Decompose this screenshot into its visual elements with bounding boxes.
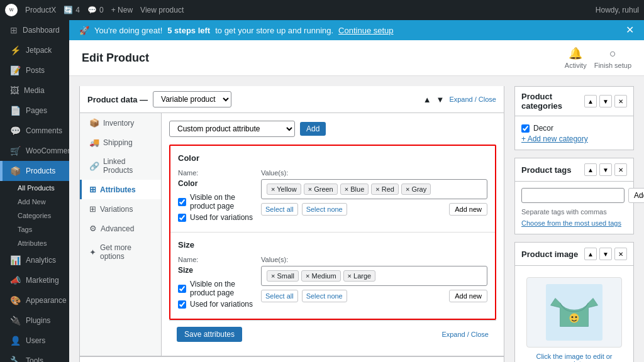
add-category-link[interactable]: + Add new category <box>521 134 588 143</box>
attributes-icon: ⊞ <box>89 185 96 194</box>
attr-box-size: Size Name: Size Visible on the product p… <box>170 233 495 319</box>
sidebar-item-woocommerce[interactable]: 🛒 WooCommerce <box>0 141 69 161</box>
tag-input[interactable] <box>521 188 625 203</box>
main-right: Product categories ▲ ▼ ✕ Decor + Add new… <box>514 86 634 362</box>
sidebar-sub-tags[interactable]: Tags <box>0 222 69 236</box>
sidebar-item-analytics[interactable]: 📊 Analytics <box>0 250 69 270</box>
tab-variations[interactable]: ⊞ Variations <box>80 199 161 219</box>
collapse-down-icon[interactable]: ▼ <box>436 95 445 104</box>
posts-icon: 📝 <box>10 65 21 75</box>
updates-count[interactable]: 🔄4 <box>64 6 80 14</box>
linked-icon: 🔗 <box>89 162 99 171</box>
attr-color-title: Color <box>178 153 487 163</box>
attr-size-add-new[interactable]: Add new <box>449 290 487 302</box>
tab-attributes[interactable]: ⊞ Attributes <box>80 180 161 199</box>
attr-size-variations-checkbox[interactable] <box>178 300 186 309</box>
save-attributes-btn[interactable]: Save attributes <box>177 327 242 342</box>
sidebar-sub-all-products[interactable]: All Products <box>0 181 69 195</box>
attr-color-actions: Select all Select none Add new <box>261 203 487 216</box>
attr-color-add-new[interactable]: Add new <box>449 203 487 216</box>
attr-size-select-all[interactable]: Select all <box>261 290 298 302</box>
cat-collapse-down[interactable]: ▼ <box>599 95 612 107</box>
sidebar-item-appearance[interactable]: 🎨 Appearance <box>0 290 69 310</box>
main-left: Product data — Variable product ▲ ▼ Expa… <box>79 86 504 362</box>
product-image-title: Product image <box>521 250 580 259</box>
sidebar-item-posts[interactable]: 📝 Posts <box>0 60 69 80</box>
attr-color-select-none[interactable]: Select none <box>302 203 347 216</box>
img-close[interactable]: ✕ <box>614 248 627 260</box>
activity-btn[interactable]: 🔔 Activity <box>565 47 587 69</box>
collapse-up-icon[interactable]: ▲ <box>423 95 431 104</box>
notice-continue-link[interactable]: Continue setup <box>338 26 393 35</box>
woocommerce-icon: 🛒 <box>10 146 21 156</box>
attr-color-name-value: Color <box>178 179 253 188</box>
sidebar-item-jetpack[interactable]: ⚡ Jetpack <box>0 40 69 60</box>
tags-collapse-up[interactable]: ▲ <box>584 163 597 176</box>
tab-linked-products[interactable]: 🔗 Linked Products <box>80 152 161 180</box>
attr-size-select-none[interactable]: Select none <box>302 290 347 302</box>
product-type-select[interactable]: Variable product <box>153 91 231 107</box>
finish-setup-btn[interactable]: ○ Finish setup <box>594 47 631 69</box>
product-image-header: Product image ▲ ▼ ✕ <box>515 243 633 266</box>
attr-size-values[interactable]: × Small × Medium × Large <box>261 266 487 286</box>
sidebar-item-users[interactable]: 👤 Users <box>0 331 69 351</box>
img-collapse-up[interactable]: ▲ <box>584 248 597 260</box>
sidebar-item-dashboard[interactable]: ⊞ Dashboard <box>0 20 69 40</box>
dashboard-icon: ⊞ <box>10 25 18 35</box>
attr-color-left: Name: Color Visible on the product page <box>178 169 253 224</box>
categories-body: Decor + Add new category <box>515 116 633 150</box>
attr-color-variations-checkbox[interactable] <box>178 214 186 222</box>
sidebar-sub-categories[interactable]: Categories <box>0 209 69 222</box>
tags-collapse-down[interactable]: ▼ <box>599 163 612 176</box>
expand-close-link2[interactable]: Expand / Close <box>441 331 489 338</box>
comments-count[interactable]: 💬0 <box>87 6 104 14</box>
attr-size-title: Size <box>178 240 487 250</box>
notice-bar: 🚀 You're doing great! 5 steps left to ge… <box>69 20 644 40</box>
tab-inventory[interactable]: 📦 Inventory <box>80 113 161 133</box>
tab-get-more[interactable]: ✦ Get more options <box>80 238 161 266</box>
sidebar-item-tools[interactable]: 🔧 Tools <box>0 351 69 362</box>
attr-size-content: Name: Size Visible on the product page <box>178 256 487 311</box>
wp-logo[interactable]: W <box>5 4 18 16</box>
sidebar-item-comments[interactable]: 💬 Comments <box>0 121 69 141</box>
tab-shipping[interactable]: 🚚 Shipping <box>80 133 161 152</box>
img-collapse-down[interactable]: ▼ <box>599 248 612 260</box>
page-title: Edit Product <box>82 52 149 65</box>
attr-size-actions: Select all Select none Add new <box>261 290 487 302</box>
attr-dropdown[interactable]: Custom product attribute <box>169 121 295 137</box>
tags-close[interactable]: ✕ <box>614 163 627 176</box>
sidebar-item-pages[interactable]: 📄 Pages <box>0 101 69 121</box>
categories-controls: ▲ ▼ ✕ <box>584 95 627 107</box>
edit-image-link[interactable]: Click the image to edit or update <box>526 353 622 362</box>
attr-color-visible-checkbox[interactable] <box>178 198 186 206</box>
attr-add-btn[interactable]: Add <box>300 122 326 136</box>
sidebar-item-marketing[interactable]: 📣 Marketing <box>0 270 69 290</box>
attr-color-visible-label: Visible on the product page <box>178 193 253 211</box>
cat-collapse-up[interactable]: ▲ <box>584 95 597 107</box>
attr-color-right: Value(s): × Yellow × Green <box>261 169 487 224</box>
choose-tags-link[interactable]: Choose from the most used tags <box>521 219 621 227</box>
attr-size-name-label: Name: <box>178 256 253 263</box>
sidebar-item-plugins[interactable]: 🔌 Plugins <box>0 310 69 331</box>
product-image-placeholder[interactable] <box>526 277 622 348</box>
sidebar-sub-attributes[interactable]: Attributes <box>0 236 69 250</box>
activity-icon: 🔔 <box>569 47 582 60</box>
view-product[interactable]: View product <box>140 6 184 14</box>
sidebar-sub-add-new[interactable]: Add New <box>0 195 69 209</box>
attr-size-visible-checkbox[interactable] <box>178 285 186 293</box>
cat-close[interactable]: ✕ <box>614 95 627 107</box>
category-decor-checkbox[interactable] <box>521 124 530 133</box>
product-image-box: Product image ▲ ▼ ✕ <box>514 242 634 362</box>
attr-color-values[interactable]: × Yellow × Green × Blue <box>261 179 487 199</box>
attr-tag-large: × Large <box>343 270 376 282</box>
attr-color-select-all[interactable]: Select all <box>261 203 298 216</box>
notice-close-btn[interactable]: ✕ <box>626 25 634 35</box>
tab-advanced[interactable]: ⚙ Advanced <box>80 219 161 238</box>
tag-add-btn[interactable]: Add <box>628 188 644 203</box>
sidebar-item-products[interactable]: 📦 Products <box>0 161 69 181</box>
sidebar-item-media[interactable]: 🖼 Media <box>0 80 69 101</box>
site-name[interactable]: ProductX <box>25 6 56 14</box>
expand-close-btn[interactable]: Expand / Close <box>449 96 496 103</box>
new-item[interactable]: + New <box>111 6 133 14</box>
attr-box-color: Color Name: Color Visible on the product… <box>170 146 495 233</box>
